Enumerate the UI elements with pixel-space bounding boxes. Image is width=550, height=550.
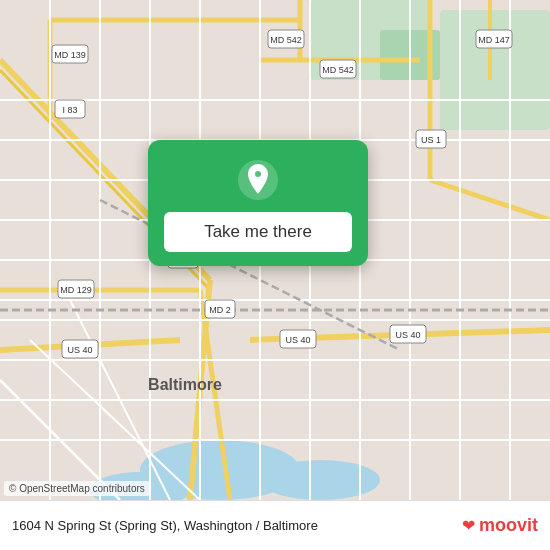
svg-text:Baltimore: Baltimore xyxy=(148,376,222,393)
svg-text:MD 542: MD 542 xyxy=(322,65,354,75)
location-pin-icon xyxy=(236,158,280,202)
svg-text:US 1: US 1 xyxy=(421,135,441,145)
svg-rect-2 xyxy=(440,10,550,130)
svg-text:MD 2: MD 2 xyxy=(209,305,231,315)
osm-attribution: © OpenStreetMap contributors xyxy=(4,481,150,496)
svg-text:MD 139: MD 139 xyxy=(54,50,86,60)
popup-card: Take me there xyxy=(148,140,368,266)
moovit-heart-icon: ❤ xyxy=(462,516,475,535)
svg-text:MD 129: MD 129 xyxy=(60,285,92,295)
svg-point-5 xyxy=(260,460,380,500)
svg-text:MD 542: MD 542 xyxy=(270,35,302,45)
map-container: MD 139 MD 542 MD 542 MD 147 US 1 I 83 I … xyxy=(0,0,550,500)
svg-text:MD 147: MD 147 xyxy=(478,35,510,45)
address-text: 1604 N Spring St (Spring St), Washington… xyxy=(12,518,462,533)
svg-text:US 40: US 40 xyxy=(67,345,92,355)
svg-text:US 40: US 40 xyxy=(395,330,420,340)
svg-text:I 83: I 83 xyxy=(62,105,77,115)
svg-text:US 40: US 40 xyxy=(285,335,310,345)
moovit-logo: ❤ moovit xyxy=(462,515,538,536)
moovit-brand-text: moovit xyxy=(479,515,538,536)
take-me-there-button[interactable]: Take me there xyxy=(164,212,352,252)
bottom-bar: 1604 N Spring St (Spring St), Washington… xyxy=(0,500,550,550)
